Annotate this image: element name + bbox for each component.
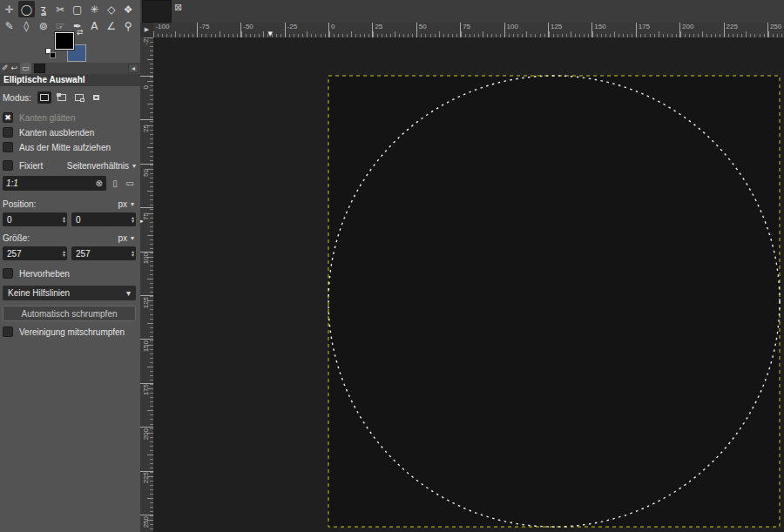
expand-from-center-checkbox[interactable] [3, 142, 13, 152]
shrink-merged-checkbox[interactable] [3, 327, 13, 337]
ruler-label: 50 [140, 164, 153, 180]
ruler-label: -100 [153, 23, 169, 37]
feather-checkbox[interactable] [3, 127, 13, 138]
ruler-label: 250 [767, 23, 781, 37]
image-canvas[interactable] [153, 37, 784, 532]
pointer-position-marker: ▼ [267, 30, 272, 37]
ruler-label: 100 [504, 23, 518, 37]
airbrush-tool[interactable]: ❖ [120, 1, 138, 17]
tool-options-tab-icon[interactable]: ✐ [2, 63, 9, 74]
ruler-label: 150 [140, 339, 153, 355]
scissors-select-tool[interactable]: ✂ [52, 1, 70, 17]
antialias-checkbox[interactable]: ✖ [3, 112, 13, 123]
position-x-spinner[interactable]: 0 ▴▾ [3, 212, 67, 226]
image-tab-bar: ⊠ [140, 0, 784, 23]
antialias-label: Kanten glätten [19, 113, 76, 123]
default-colors-icon[interactable] [45, 48, 56, 58]
ruler-label: 225 [140, 471, 153, 488]
landscape-orientation-button[interactable]: ▭ [124, 178, 136, 190]
free-select-tool[interactable]: ʓ [35, 1, 52, 17]
ruler-label: -25 [285, 23, 298, 37]
toolbox: ✛◯ʓ✂▢✳◇❖ ✎◊⊚☞✒A∠⚲ ⇄ [0, 0, 140, 63]
eraser-tool[interactable]: ◊ [18, 17, 36, 34]
image-layer[interactable] [328, 76, 780, 527]
ruler-label: 0 [140, 76, 153, 92]
ruler-label: 125 [548, 23, 562, 37]
highlight-label: Hervorheben [19, 269, 70, 279]
size-label: Größe: [3, 233, 30, 243]
ruler-label: 225 [724, 23, 738, 37]
ruler-label: 25 [372, 23, 382, 37]
move-tool[interactable]: ✛ [1, 1, 18, 17]
portrait-orientation-button[interactable]: ▯ [109, 178, 121, 190]
mode-intersect-button[interactable] [90, 91, 104, 104]
clear-icon[interactable]: ⊗ [96, 178, 103, 188]
expand-from-center-label: Aus der Mitte aufziehen [19, 143, 111, 152]
dockable-header: ✐ ↩ ▭ ◂ [0, 63, 140, 74]
mode-add-button[interactable] [55, 91, 69, 104]
shrink-merged-label: Vereinigung mitschrumpfen [19, 327, 125, 337]
auto-shrink-button[interactable]: Automatisch schrumpfen [3, 306, 136, 321]
fixed-label: Fixiert [19, 161, 43, 171]
ruler-label: 25 [140, 119, 153, 136]
position-label: Position: [3, 199, 36, 209]
feather-label: Kanten ausblenden [19, 128, 94, 138]
position-unit-dropdown[interactable]: px ▾ [118, 199, 136, 209]
ruler-label: 50 [416, 23, 427, 37]
chevron-down-icon: ▾ [131, 200, 134, 208]
guides-dropdown[interactable]: Keine Hilfslinien ▾ [3, 286, 136, 300]
clone-tool[interactable]: ⊚ [35, 17, 52, 34]
canvas-area[interactable] [153, 37, 784, 532]
ruler-label: 250 [140, 515, 153, 531]
chevron-down-icon: ▾ [131, 234, 134, 242]
ruler-label: 100 [140, 252, 153, 268]
transform-tool[interactable]: ✳ [86, 1, 104, 17]
position-y-spinner[interactable]: 0 ▴▾ [71, 212, 136, 226]
ruler-label: -25 [140, 37, 153, 49]
tab-menu-button[interactable]: ◂ [128, 64, 139, 73]
mode-replace-button[interactable] [37, 91, 51, 104]
ruler-label: 150 [591, 23, 605, 37]
image-tab-thumbnail[interactable] [142, 0, 172, 23]
mode-subtract-button[interactable] [72, 91, 86, 104]
ruler-label: -50 [240, 23, 253, 37]
aspect-ratio-input[interactable]: 1:1 ⊗ [3, 176, 106, 191]
measure-tool[interactable]: ∠ [103, 17, 120, 34]
size-height-spinner[interactable]: 257 ▴▾ [71, 246, 136, 260]
ruler-label: 75 [140, 207, 153, 224]
swap-colors-icon[interactable]: ⇄ [77, 28, 84, 37]
fixed-type-dropdown[interactable]: Seitenverhältnis ▾ [67, 161, 136, 171]
chevron-down-icon: ▾ [126, 288, 131, 298]
ellipse-select-tool[interactable]: ◯ [18, 1, 36, 17]
ruler-label: -75 [197, 23, 210, 37]
chevron-down-icon: ▾ [132, 162, 136, 170]
size-width-spinner[interactable]: 257 ▴▾ [3, 246, 67, 260]
image-thumb-tab-icon[interactable] [34, 64, 45, 73]
ruler-label: 200 [140, 427, 153, 443]
ruler-corner-button[interactable]: ▶ [140, 23, 153, 37]
size-unit-dropdown[interactable]: px ▾ [118, 233, 136, 243]
ruler-label: 175 [636, 23, 650, 37]
mode-label: Modus: [3, 93, 31, 103]
pencil-tool[interactable]: ✎ [1, 17, 18, 34]
ruler-label: 0 [328, 23, 335, 37]
left-dock-panel: ✛◯ʓ✂▢✳◇❖ ✎◊⊚☞✒A∠⚲ ⇄ ✐ ↩ ▭ ◂ Elliptische … [0, 0, 140, 532]
zoom-tool[interactable]: ⚲ [120, 17, 138, 34]
text-tool[interactable]: A [86, 17, 104, 34]
close-box-icon[interactable]: ⊠ [174, 2, 182, 13]
ruler-label: 125 [140, 295, 153, 312]
tool-options-title: Elliptische Auswahl [0, 74, 140, 86]
ruler-label: 75 [460, 23, 470, 37]
horizontal-ruler: ▼ -100-75-50-250255075100125150175200225… [153, 23, 784, 37]
ruler-label: 175 [140, 383, 153, 400]
perspective-tool[interactable]: ◇ [103, 1, 120, 17]
vertical-ruler: ▸ -250255075100125150175200225250 [140, 37, 153, 532]
active-dock-tab-icon[interactable]: ▭ [20, 63, 31, 74]
foreground-color-swatch[interactable] [55, 32, 74, 50]
undo-history-tab-icon[interactable]: ↩ [11, 63, 18, 74]
ruler-label: 200 [679, 23, 693, 37]
crop-tool[interactable]: ▢ [69, 1, 86, 17]
fixed-checkbox[interactable] [3, 160, 13, 171]
highlight-checkbox[interactable] [3, 268, 13, 279]
